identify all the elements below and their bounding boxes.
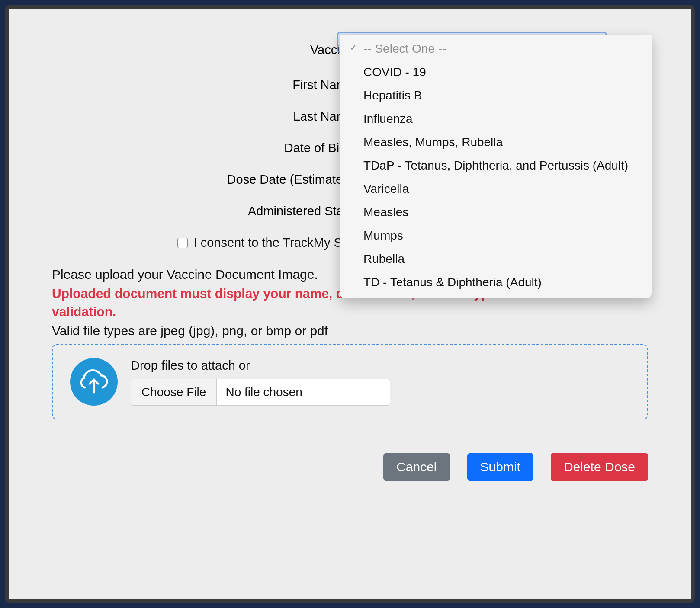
dose-date-label: Dose Date (Estimated): [52,173,363,187]
file-chosen-status: No file chosen [217,379,390,405]
vaccine-label: Vaccine: [52,43,363,57]
dropdown-option[interactable]: Hepatitis B [340,84,652,107]
first-name-label: First Name: [52,78,363,92]
consent-checkbox[interactable] [177,238,188,248]
dropdown-option[interactable]: Measles [340,201,652,224]
dropdown-option[interactable]: TDaP - Tetanus, Diphtheria, and Pertussi… [340,154,652,177]
dropdown-option[interactable]: Measles, Mumps, Rubella [340,131,652,154]
dropdown-option[interactable]: COVID - 19 [340,61,652,84]
file-dropzone[interactable]: Drop files to attach or Choose File No f… [52,344,648,419]
vaccine-dropdown-list: -- Select One -- COVID - 19 Hepatitis B … [340,35,652,298]
cloud-upload-icon [70,358,118,406]
choose-file-button[interactable]: Choose File [131,379,217,405]
dropdown-option[interactable]: Varicella [340,177,652,201]
admin-state-label: Administered State: [52,204,363,218]
dob-label: Date of Birth: [52,141,363,155]
drop-files-text: Drop files to attach or [131,358,390,373]
submit-button[interactable]: Submit [467,453,533,481]
divider [52,437,648,437]
dropdown-option[interactable]: Rubella [340,247,652,271]
dropdown-option[interactable]: Influenza [340,107,652,131]
dropdown-placeholder[interactable]: -- Select One -- [340,37,652,61]
upload-filetypes: Valid file types are jpeg (jpg), png, or… [52,323,648,338]
delete-dose-button[interactable]: Delete Dose [551,453,648,481]
last-name-label: Last Name: [52,109,363,124]
dropdown-option[interactable]: TD - Tetanus & Diphtheria (Adult) [340,271,652,294]
cancel-button[interactable]: Cancel [383,453,450,481]
dropdown-option[interactable]: Mumps [340,224,652,247]
